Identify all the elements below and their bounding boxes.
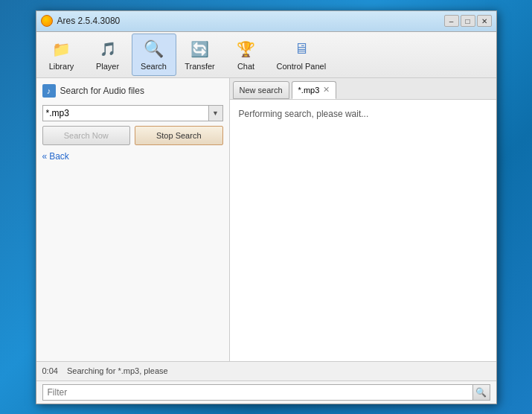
right-panel: New search *.mp3 ✕ Performing search, pl… [230,78,496,361]
back-link[interactable]: « Back [42,150,223,163]
maximize-button[interactable]: □ [461,15,475,27]
back-label: Back [49,151,69,162]
status-message: Searching for *.mp3, please [67,366,168,375]
transfer-label: Transfer [185,62,215,71]
back-chevron-icon: « [42,151,48,162]
player-label: Player [96,62,119,71]
window-title: Ares 2.5.4.3080 [57,16,121,26]
search-input-row: ▼ [42,105,223,121]
tab-bar: New search *.mp3 ✕ [230,78,496,100]
filter-input[interactable] [42,384,472,401]
new-search-button[interactable]: New search [233,81,289,99]
chat-icon: 🏆 [236,39,257,60]
toolbar: 📁 Library 🎵 Player 🔍 Search 🔄 Transfer 🏆… [36,32,496,78]
filter-search-icon[interactable]: 🔍 [472,384,490,401]
close-button[interactable]: ✕ [477,15,492,27]
library-label: Library [49,62,74,71]
search-tab[interactable]: *.mp3 ✕ [292,81,337,99]
app-icon [41,15,53,27]
content-area: ♪ Search for Audio files ▼ Search Now St… [36,78,496,361]
player-icon: 🎵 [97,39,118,60]
search-icon: 🔍 [144,39,164,60]
control-panel-icon: 🖥 [291,39,312,60]
button-row: Search Now Stop Search [42,126,223,145]
search-input[interactable] [42,105,208,121]
search-result-area: Performing search, please wait... [230,100,496,361]
toolbar-player[interactable]: 🎵 Player [86,34,130,76]
toolbar-search[interactable]: 🔍 Search [132,34,176,76]
main-window: Ares 2.5.4.3080 – □ ✕ 📁 Library 🎵 Player… [36,10,497,404]
window-controls: – □ ✕ [444,15,492,27]
toolbar-control-panel[interactable]: 🖥 Control Panel [270,34,333,76]
panel-header: ♪ Search for Audio files [42,84,223,98]
dropdown-button[interactable]: ▼ [208,105,223,121]
title-bar-left: Ares 2.5.4.3080 [41,15,121,27]
search-label: Search [141,62,167,71]
minimize-button[interactable]: – [444,15,459,27]
filter-row: 🔍 [36,380,496,404]
toolbar-library[interactable]: 📁 Library [39,34,84,76]
transfer-icon: 🔄 [190,39,211,60]
status-bar: 0:04 Searching for *.mp3, please [36,361,496,380]
panel-title: Search for Audio files [60,86,144,96]
control-panel-label: Control Panel [277,62,327,71]
tab-label: *.mp3 [298,86,320,95]
toolbar-chat[interactable]: 🏆 Chat [224,34,269,76]
toolbar-transfer[interactable]: 🔄 Transfer [178,34,222,76]
left-panel: ♪ Search for Audio files ▼ Search Now St… [36,78,230,361]
tab-close-icon[interactable]: ✕ [323,86,330,94]
audio-file-icon: ♪ [42,84,56,98]
status-time: 0:04 [42,366,58,375]
search-status-text: Performing search, please wait... [239,109,369,119]
stop-search-button[interactable]: Stop Search [135,126,223,145]
library-icon: 📁 [51,39,72,60]
chat-label: Chat [237,62,254,71]
title-bar: Ares 2.5.4.3080 – □ ✕ [36,11,496,32]
search-now-button[interactable]: Search Now [42,126,131,145]
